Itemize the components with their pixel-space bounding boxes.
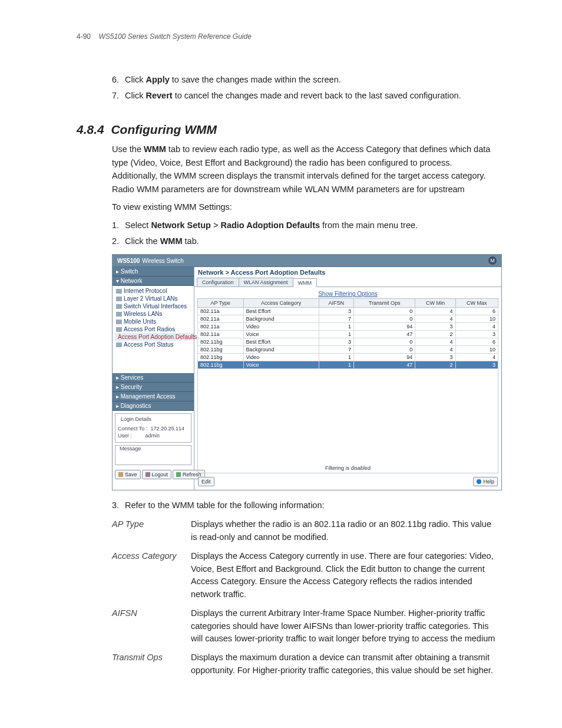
- tree-item-label: Access Port Adoption Defaults: [118, 334, 197, 340]
- table-row[interactable]: 802.11bgVideo19434: [198, 354, 498, 361]
- table-cell: 1: [319, 323, 353, 331]
- definition-body: Displays the Access Category currently i…: [191, 550, 497, 601]
- table-cell: 3: [319, 338, 353, 346]
- table-cell: 4: [455, 354, 498, 361]
- logout-button[interactable]: Logout: [142, 470, 172, 479]
- save-icon: [118, 472, 123, 477]
- table-cell: 2: [415, 331, 455, 338]
- definition-body: Displays whether the radio is an 802.11a…: [191, 518, 497, 544]
- table-cell: 2: [415, 361, 455, 369]
- definition-term: AIFSN: [112, 607, 191, 645]
- step-7: 7. Click Revert to cancel the changes ma…: [112, 89, 497, 103]
- table-row[interactable]: 802.11aBackground70410: [198, 315, 498, 323]
- sidebar-item-network[interactable]: ▾ Network: [113, 276, 194, 286]
- table-cell: 0: [353, 315, 415, 323]
- table-cell: Best Effort: [243, 308, 319, 315]
- table-cell: Background: [243, 315, 319, 323]
- table-cell: 4: [455, 323, 498, 331]
- section-intro: Use the WMM tab to review each radio typ…: [112, 143, 497, 196]
- table-cell: 3: [415, 323, 455, 331]
- tab-configuration[interactable]: Configuration: [197, 278, 239, 286]
- tree-item-label: Mobile Units: [124, 318, 156, 325]
- tree-item-icon: [116, 289, 122, 294]
- table-cell: Voice: [243, 331, 319, 338]
- definition-term: Access Category: [112, 550, 191, 601]
- sidebar-item-services[interactable]: ▸ Services: [113, 373, 194, 383]
- table-row[interactable]: 802.11aBest Effort3046: [198, 308, 498, 315]
- table-cell: 3: [319, 308, 353, 315]
- table-cell: 802.11a: [198, 308, 244, 315]
- lead-in: To view existing WMM Settings:: [112, 200, 497, 213]
- table-cell: 3: [415, 354, 455, 361]
- tree-item-label: Access Port Status: [124, 341, 173, 348]
- table-row[interactable]: 802.11aVoice14723: [198, 331, 498, 338]
- tree-item[interactable]: Internet Protocol: [115, 287, 194, 295]
- login-details: Login Details Connect To : 172.20.25.114…: [115, 413, 191, 443]
- step-2: 2. Click the WMM tab.: [112, 235, 497, 248]
- table-header[interactable]: AIFSN: [319, 299, 353, 308]
- definition-row: Access CategoryDisplays the Access Categ…: [112, 550, 497, 601]
- tree-item-icon: [116, 319, 122, 324]
- edit-button[interactable]: Edit: [198, 477, 214, 486]
- table-row[interactable]: 802.11bgBest Effort3046: [198, 338, 498, 346]
- save-button[interactable]: Save: [115, 470, 141, 479]
- table-cell: 1: [319, 331, 353, 338]
- table-cell: 802.11a: [198, 323, 244, 331]
- table-cell: 802.11a: [198, 331, 244, 338]
- table-row[interactable]: 802.11bgVoice14723: [198, 361, 498, 369]
- tab-wlan-assignment[interactable]: WLAN Assignment: [239, 278, 293, 286]
- sidebar-item-mgmt[interactable]: ▸ Management Access: [113, 392, 194, 401]
- tree-item[interactable]: Wireless LANs: [115, 310, 194, 318]
- page-number: 4-90: [77, 32, 91, 41]
- table-cell: 0: [353, 338, 415, 346]
- tree-item-icon: [116, 304, 122, 309]
- definition-row: AP TypeDisplays whether the radio is an …: [112, 518, 497, 544]
- show-filtering-link[interactable]: Show Filtering Options: [194, 287, 501, 298]
- table-cell: 1: [319, 354, 353, 361]
- section-heading: 4.8.4 Configuring WMM: [77, 123, 497, 137]
- page-header: 4-90 WS5100 Series Switch System Referen…: [77, 32, 497, 41]
- tree-item[interactable]: Layer 2 Virtual LANs: [115, 295, 194, 302]
- tree-item-icon: [116, 327, 122, 332]
- table-header[interactable]: Transmit Ops: [353, 299, 415, 308]
- table-cell: Video: [243, 354, 319, 361]
- tree-item-icon: [116, 297, 122, 301]
- tree-item[interactable]: Access Port Adoption Defaults: [115, 333, 194, 341]
- table-cell: 3: [455, 361, 498, 369]
- breadcrumb: Network > Access Port Adoption Defaults: [194, 267, 501, 278]
- table-cell: Video: [243, 323, 319, 331]
- table-cell: 4: [415, 308, 455, 315]
- sidebar-item-switch[interactable]: ▸ Switch: [113, 267, 194, 276]
- sidebar-item-diagnostics[interactable]: ▸ Diagnostics: [113, 401, 194, 411]
- tabs: Configuration WLAN Assignment WMM: [194, 278, 501, 287]
- step-1: 1. Select Network Setup > Radio Adoption…: [112, 219, 497, 232]
- tree-item[interactable]: Access Port Radios: [115, 325, 194, 333]
- table-cell: 94: [353, 354, 415, 361]
- tree-item[interactable]: Access Port Status: [115, 341, 194, 348]
- app-screenshot: WS5100 Wireless Switch M ▸ Switch ▾ Netw…: [112, 254, 502, 490]
- step-6: 6. Click Apply to save the changes made …: [112, 73, 497, 87]
- brand-icon: M: [488, 256, 497, 265]
- table-row[interactable]: 802.11bgBackground70410: [198, 346, 498, 354]
- table-header[interactable]: CW Max: [455, 299, 498, 308]
- table-header[interactable]: Access Category: [243, 299, 319, 308]
- table-cell: Background: [243, 346, 319, 354]
- tree-item-label: Wireless LANs: [124, 311, 163, 317]
- tree-item-label: Internet Protocol: [124, 288, 167, 294]
- tree-item[interactable]: Mobile Units: [115, 318, 194, 325]
- table-cell: 0: [353, 346, 415, 354]
- table-cell: 47: [353, 331, 415, 338]
- step-3: 3. Refer to the WMM table for the follow…: [112, 499, 497, 512]
- table-header[interactable]: CW Min: [415, 299, 455, 308]
- tab-wmm[interactable]: WMM: [293, 278, 318, 287]
- tree-item-label: Layer 2 Virtual LANs: [124, 295, 178, 302]
- tree-item[interactable]: Switch Virtual Interfaces: [115, 302, 194, 310]
- sidebar-item-security[interactable]: ▸ Security: [113, 383, 194, 392]
- tree-item-icon: [116, 342, 122, 347]
- table-cell: 3: [455, 331, 498, 338]
- help-button[interactable]: Help: [473, 477, 498, 486]
- table-header[interactable]: AP Type: [198, 299, 244, 308]
- definition-term: Transmit Ops: [112, 651, 191, 677]
- definition-body: Displays the current Arbitrary Inter-fra…: [191, 607, 497, 645]
- table-row[interactable]: 802.11aVideo19434: [198, 323, 498, 331]
